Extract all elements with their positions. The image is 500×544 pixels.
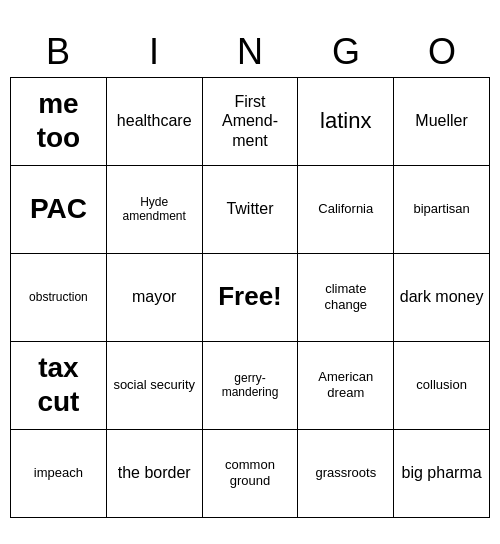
bingo-cell: the border [107,430,203,518]
cell-text: impeach [34,465,83,481]
bingo-cell: First Amend-ment [203,78,299,166]
bingo-cell: me too [11,78,107,166]
bingo-cell: mayor [107,254,203,342]
header-letter: O [394,27,490,77]
bingo-cell: obstruction [11,254,107,342]
cell-text: Hyde amendment [111,195,198,224]
cell-text: PAC [30,192,87,226]
cell-text: Mueller [415,111,467,130]
cell-text: latinx [320,108,371,134]
bingo-cell: common ground [203,430,299,518]
cell-text: Twitter [226,199,273,218]
bingo-cell: PAC [11,166,107,254]
bingo-cell: Mueller [394,78,490,166]
cell-text: the border [118,463,191,482]
bingo-cell: impeach [11,430,107,518]
bingo-cell: bipartisan [394,166,490,254]
cell-text: grassroots [315,465,376,481]
bingo-cell: healthcare [107,78,203,166]
cell-text: mayor [132,287,176,306]
cell-text: California [318,201,373,217]
cell-text: big pharma [402,463,482,482]
header-letter: B [10,27,106,77]
bingo-cell: California [298,166,394,254]
cell-text: social security [113,377,195,393]
bingo-grid: me toohealthcareFirst Amend-mentlatinxMu… [10,77,490,518]
bingo-cell: dark money [394,254,490,342]
bingo-cell: tax cut [11,342,107,430]
bingo-cell: Free! [203,254,299,342]
bingo-cell: American dream [298,342,394,430]
cell-text: tax cut [15,351,102,418]
cell-text: obstruction [29,290,88,304]
bingo-card: BINGO me toohealthcareFirst Amend-mentla… [10,27,490,518]
header-letter: N [202,27,298,77]
bingo-cell: gerry-mandering [203,342,299,430]
bingo-cell: climate change [298,254,394,342]
bingo-header: BINGO [10,27,490,77]
cell-text: dark money [400,287,484,306]
bingo-cell: collusion [394,342,490,430]
bingo-cell: latinx [298,78,394,166]
bingo-cell: grassroots [298,430,394,518]
cell-text: healthcare [117,111,192,130]
cell-text: American dream [302,369,389,400]
cell-text: Free! [218,281,282,312]
cell-text: First Amend-ment [207,92,294,150]
bingo-cell: Twitter [203,166,299,254]
cell-text: gerry-mandering [207,371,294,400]
header-letter: G [298,27,394,77]
cell-text: bipartisan [413,201,469,217]
bingo-cell: social security [107,342,203,430]
bingo-cell: big pharma [394,430,490,518]
cell-text: me too [15,87,102,154]
cell-text: collusion [416,377,467,393]
cell-text: climate change [302,281,389,312]
cell-text: common ground [207,457,294,488]
header-letter: I [106,27,202,77]
bingo-cell: Hyde amendment [107,166,203,254]
